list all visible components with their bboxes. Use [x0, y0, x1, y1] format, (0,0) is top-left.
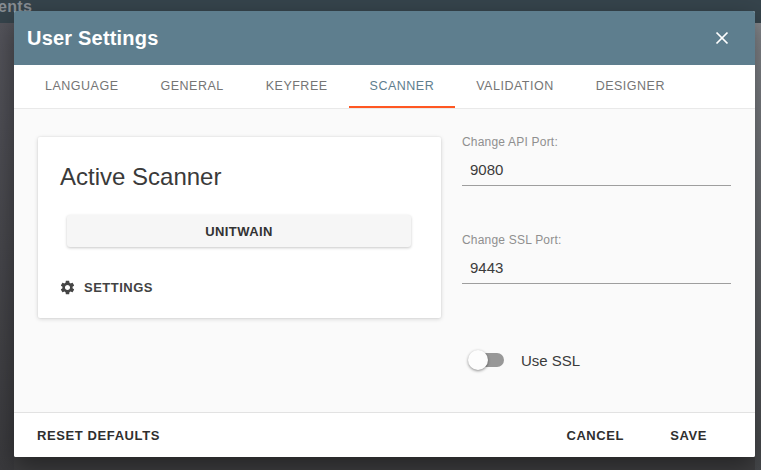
use-ssl-toggle[interactable]	[468, 350, 504, 370]
backdrop-left	[0, 23, 14, 470]
ssl-port-label: Change SSL Port:	[462, 233, 731, 247]
active-scanner-card: Active Scanner UNITWAIN SETTINGS	[38, 137, 441, 318]
settings-tabbar: LANGUAGE GENERAL KEYFREE SCANNER VALIDAT…	[14, 65, 755, 109]
cancel-button[interactable]: CANCEL	[558, 420, 632, 451]
close-button[interactable]	[707, 23, 737, 53]
api-port-field-group: Change API Port:	[462, 135, 731, 186]
ssl-port-input[interactable]	[462, 253, 731, 284]
scanner-settings-label: SETTINGS	[84, 280, 153, 295]
tab-keyfree[interactable]: KEYFREE	[245, 65, 349, 108]
api-port-input[interactable]	[462, 155, 731, 186]
user-settings-dialog: User Settings LANGUAGE GENERAL KEYFREE S…	[14, 11, 755, 457]
ssl-port-field-group: Change SSL Port:	[462, 233, 731, 284]
use-ssl-label: Use SSL	[521, 352, 580, 369]
scanner-select-button[interactable]: UNITWAIN	[67, 215, 411, 247]
dialog-header: User Settings	[14, 11, 755, 65]
tab-designer[interactable]: DESIGNER	[575, 65, 686, 108]
toggle-thumb	[468, 350, 488, 370]
save-button[interactable]: SAVE	[662, 420, 715, 451]
dialog-title: User Settings	[27, 27, 159, 50]
tab-scanner[interactable]: SCANNER	[349, 65, 456, 108]
scanner-settings-button[interactable]: SETTINGS	[59, 279, 153, 296]
port-settings-column: Change API Port: Change SSL Port: Use SS…	[462, 135, 731, 370]
close-icon	[714, 30, 730, 46]
tab-language[interactable]: LANGUAGE	[24, 65, 139, 108]
reset-defaults-button[interactable]: RESET DEFAULTS	[29, 420, 168, 451]
use-ssl-row: Use SSL	[462, 350, 731, 370]
api-port-label: Change API Port:	[462, 135, 731, 149]
tab-general[interactable]: GENERAL	[139, 65, 244, 108]
dialog-footer: RESET DEFAULTS CANCEL SAVE	[14, 412, 755, 457]
active-scanner-heading: Active Scanner	[60, 163, 221, 191]
tab-validation[interactable]: VALIDATION	[455, 65, 574, 108]
scanner-tab-panel: Active Scanner UNITWAIN SETTINGS Change …	[14, 109, 755, 412]
gear-icon	[59, 279, 76, 296]
backdrop-right	[755, 23, 761, 470]
